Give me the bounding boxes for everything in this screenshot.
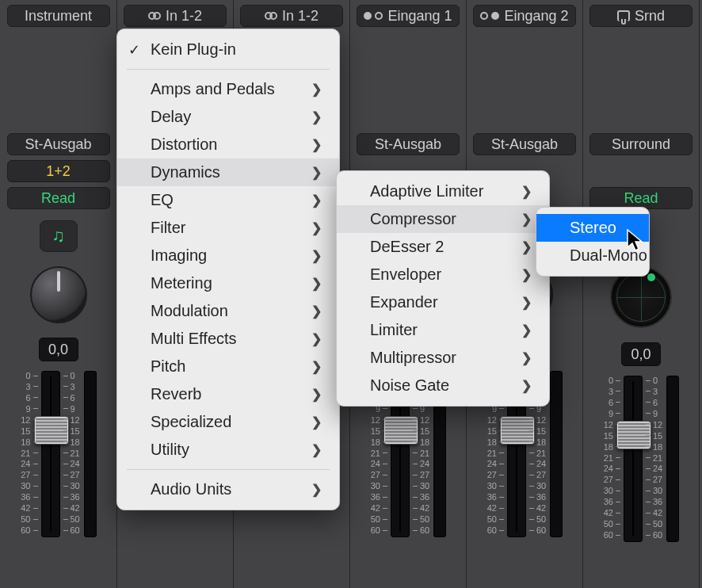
- fader-scale-left: 03691215182124273036425060: [603, 376, 620, 542]
- scale-label: 30: [604, 486, 613, 495]
- output-slot[interactable]: St-Ausgab: [473, 133, 576, 155]
- bus-slot[interactable]: 1+2: [7, 160, 110, 182]
- scale-label: 15: [71, 426, 80, 436]
- menu-item-dynamics[interactable]: Dynamics❯: [117, 158, 339, 186]
- scale-label: 18: [487, 437, 497, 447]
- menu-item-multipressor[interactable]: Multipressor❯: [337, 344, 549, 372]
- menu-item-audio-units[interactable]: Audio Units ❯: [117, 475, 339, 503]
- menu-item-dual-mono[interactable]: Dual-Mono: [536, 242, 649, 269]
- chevron-right-icon: ❯: [311, 82, 322, 97]
- scale-label: 27: [371, 470, 380, 479]
- scale-label: 42: [420, 503, 429, 513]
- fader[interactable]: [41, 371, 60, 537]
- menu-item-no-plugin[interactable]: ✓ Kein Plug-in: [117, 36, 339, 63]
- scale-label: 42: [536, 503, 546, 513]
- input-slot[interactable]: In 1-2: [124, 5, 227, 27]
- menu-item-compressor[interactable]: Compressor❯: [337, 205, 549, 233]
- insert-area[interactable]: [11, 35, 106, 114]
- scale-label: 15: [536, 426, 546, 436]
- input-slot[interactable]: In 1-2: [240, 5, 343, 27]
- fader-scale-right: 03691215182124273036425060: [646, 376, 663, 542]
- menu-item-utility[interactable]: Utility❯: [117, 436, 339, 464]
- scale-label: 36: [536, 492, 546, 502]
- output-slot[interactable]: St-Ausgab: [357, 133, 460, 155]
- insert-area[interactable]: [593, 35, 689, 114]
- menu-item-pitch[interactable]: Pitch❯: [117, 353, 339, 380]
- scale-label: 27: [604, 475, 613, 484]
- output-slot[interactable]: Surround: [589, 133, 692, 155]
- menu-item-modulation[interactable]: Modulation❯: [117, 297, 339, 325]
- plugin-dynamics-submenu[interactable]: Adaptive Limiter❯Compressor❯DeEsser 2❯En…: [336, 170, 550, 407]
- input-slot[interactable]: Srnd: [589, 5, 692, 27]
- pan-value[interactable]: 0,0: [621, 342, 661, 366]
- plugin-category-menu[interactable]: ✓ Kein Plug-in Amps and Pedals❯Delay❯Dis…: [116, 29, 340, 510]
- fader-scale-left: 03691215182124273036425060: [21, 371, 38, 537]
- menu-item-amps-and-pedals[interactable]: Amps and Pedals❯: [117, 75, 339, 103]
- scale-label: 0: [71, 371, 75, 380]
- scale-label: 60: [420, 525, 429, 535]
- menu-item-label: Distortion: [151, 136, 217, 154]
- menu-item-delay[interactable]: Delay❯: [117, 103, 339, 131]
- menu-item-eq[interactable]: EQ❯: [117, 186, 339, 214]
- input-label: In 1-2: [166, 8, 202, 25]
- surround-icon: [617, 10, 630, 21]
- insert-area[interactable]: [361, 35, 456, 114]
- menu-item-metering[interactable]: Metering❯: [117, 269, 339, 297]
- input-slot[interactable]: Instrument: [7, 5, 110, 27]
- menu-item-label: Multipressor: [370, 349, 456, 367]
- menu-item-specialized[interactable]: Specialized❯: [117, 408, 339, 436]
- fader-area: 03691215182124273036425060 0369121518212…: [589, 376, 692, 558]
- menu-item-noise-gate[interactable]: Noise Gate❯: [337, 372, 549, 399]
- menu-item-enveloper[interactable]: Enveloper❯: [337, 261, 549, 288]
- menu-item-expander[interactable]: Expander❯: [337, 288, 549, 316]
- scale-label: 9: [653, 409, 658, 418]
- chevron-right-icon: ❯: [521, 350, 532, 365]
- insert-area[interactable]: [477, 35, 572, 114]
- scale-label: 12: [371, 415, 380, 425]
- scale-label: 18: [21, 437, 30, 447]
- fader-area: 03691215182124273036425060 0369121518212…: [7, 371, 110, 553]
- pan-value[interactable]: 0,0: [39, 338, 78, 361]
- chevron-right-icon: ❯: [311, 331, 322, 346]
- chevron-right-icon: ❯: [521, 239, 532, 254]
- scale-label: 15: [604, 431, 613, 441]
- scale-label: 42: [371, 503, 380, 513]
- scale-label: 60: [536, 525, 546, 535]
- input-slot[interactable]: Eingang 1: [357, 5, 460, 27]
- menu-item-label: Multi Effects: [151, 330, 237, 348]
- menu-item-label: Modulation: [151, 302, 228, 320]
- fader[interactable]: [624, 376, 643, 542]
- scale-label: 36: [420, 492, 429, 502]
- menu-item-label: Noise Gate: [370, 376, 449, 395]
- automation-mode[interactable]: Read: [589, 187, 692, 209]
- scale-label: 24: [653, 464, 662, 473]
- scale-label: 27: [487, 470, 497, 479]
- menu-item-multi-effects[interactable]: Multi Effects❯: [117, 325, 339, 353]
- menu-item-limiter[interactable]: Limiter❯: [337, 316, 549, 344]
- menu-item-imaging[interactable]: Imaging❯: [117, 242, 339, 269]
- pan-knob[interactable]: [30, 266, 87, 323]
- scale-label: 21: [536, 449, 546, 458]
- scale-label: 27: [420, 470, 429, 479]
- bus-slot[interactable]: [589, 160, 692, 182]
- track-icon-button[interactable]: ♫: [40, 220, 78, 252]
- scale-label: 0: [609, 376, 613, 385]
- menu-item-distortion[interactable]: Distortion❯: [117, 131, 339, 158]
- chevron-right-icon: ❯: [311, 387, 322, 402]
- menu-item-stereo[interactable]: Stereo: [536, 214, 649, 242]
- input-slot[interactable]: Eingang 2: [473, 5, 576, 27]
- scale-label: 9: [609, 409, 613, 418]
- chevron-right-icon: ❯: [311, 248, 322, 263]
- scale-label: 27: [536, 470, 546, 479]
- menu-item-filter[interactable]: Filter❯: [117, 214, 339, 242]
- menu-item-deesser-2[interactable]: DeEsser 2❯: [337, 233, 549, 261]
- automation-mode[interactable]: Read: [7, 187, 110, 209]
- output-slot[interactable]: St-Ausgab: [7, 133, 110, 155]
- menu-item-reverb[interactable]: Reverb❯: [117, 380, 339, 408]
- scale-label: 21: [487, 449, 497, 458]
- menu-item-label: Dynamics: [151, 163, 220, 181]
- plugin-compressor-modes-submenu[interactable]: StereoDual-Mono: [536, 207, 650, 277]
- menu-item-label: Imaging: [151, 246, 207, 265]
- menu-item-adaptive-limiter[interactable]: Adaptive Limiter❯: [337, 178, 549, 205]
- input-label: Eingang 2: [504, 8, 568, 25]
